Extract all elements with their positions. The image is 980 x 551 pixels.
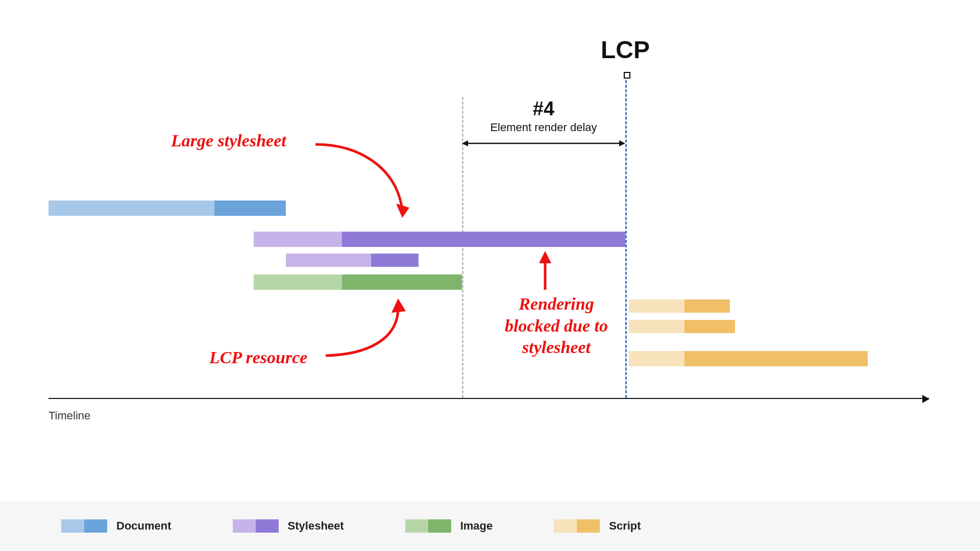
annotation-rendering-blocked: Rendering blocked due to stylesheet <box>490 293 623 359</box>
lcp-marker <box>625 76 627 398</box>
legend-swatch-script <box>554 519 600 533</box>
arrow-lcp-resource-icon <box>322 293 413 360</box>
legend-swatch-document <box>61 519 107 533</box>
annotation-large-stylesheet: Large stylesheet <box>171 130 286 152</box>
legend-label-document: Document <box>116 519 172 533</box>
bar-script-3 <box>629 351 868 366</box>
legend-item-document: Document <box>61 519 172 533</box>
phase-number: #4 <box>490 98 597 120</box>
arrow-rendering-blocked-icon <box>537 250 553 291</box>
bar-script-2 <box>629 320 735 333</box>
timeline-axis-label: Timeline <box>48 409 90 422</box>
svg-marker-6 <box>539 251 551 263</box>
bar-stylesheet-2 <box>286 254 419 267</box>
legend-swatch-image <box>405 519 451 533</box>
phase-span-arrow <box>462 140 625 146</box>
legend: Document Stylesheet Image Script <box>0 501 980 551</box>
annotation-lcp-resource: LCP resource <box>209 347 307 369</box>
bar-script-1 <box>629 299 730 313</box>
diagram-canvas: LCP #4 Element render delay <box>0 0 980 551</box>
phase-label: Element render delay <box>490 121 597 134</box>
legend-label-stylesheet: Stylesheet <box>288 519 344 533</box>
arrow-large-stylesheet-icon <box>311 140 413 222</box>
bar-stylesheet-large <box>254 232 625 247</box>
legend-item-stylesheet: Stylesheet <box>233 519 344 533</box>
phase-heading: #4 Element render delay <box>490 98 597 134</box>
legend-label-script: Script <box>609 519 641 533</box>
timeline-axis <box>48 398 929 399</box>
legend-swatch-stylesheet <box>233 519 279 533</box>
bar-document <box>48 201 286 216</box>
svg-marker-1 <box>462 140 468 146</box>
svg-marker-4 <box>391 298 406 313</box>
lcp-title: LCP <box>601 36 650 64</box>
legend-item-script: Script <box>554 519 641 533</box>
svg-marker-3 <box>396 204 409 218</box>
bar-lcp-image <box>254 274 462 290</box>
legend-label-image: Image <box>460 519 493 533</box>
svg-marker-2 <box>619 140 625 146</box>
legend-item-image: Image <box>405 519 493 533</box>
